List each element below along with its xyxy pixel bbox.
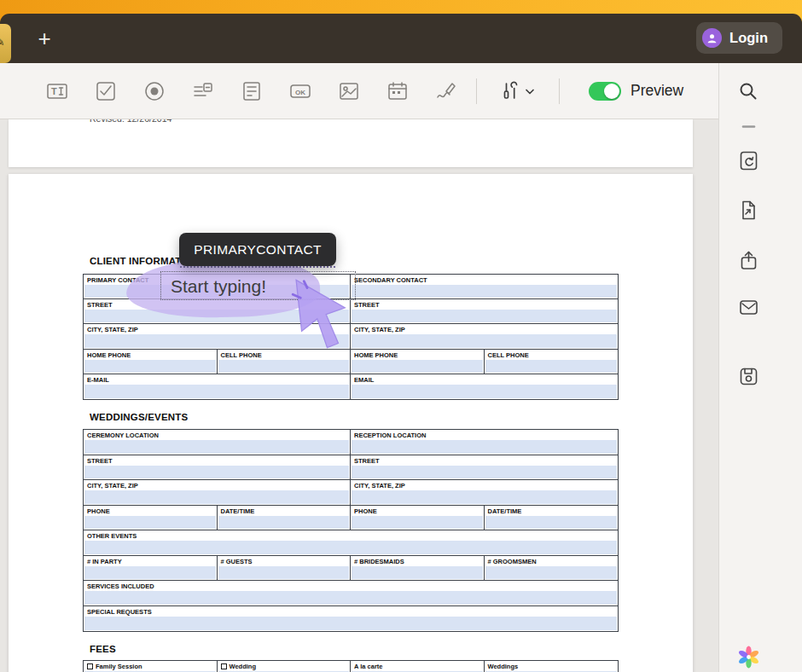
form-field-input[interactable] — [84, 591, 617, 605]
calendar-icon — [386, 80, 409, 102]
titlebar: ✎ + Login — [0, 14, 802, 63]
login-label: Login — [729, 30, 768, 46]
collapse-handle[interactable] — [737, 115, 760, 138]
pen-icon: ✎ — [0, 35, 5, 49]
side-tab[interactable]: ✎ — [0, 24, 11, 63]
form-field-input[interactable] — [84, 385, 349, 398]
form-table-row: STREETSTREET — [84, 455, 618, 481]
form-cell: Weddings — [485, 661, 619, 672]
form-field-input[interactable] — [84, 516, 216, 530]
form-cell-label: EMAIL — [351, 374, 618, 385]
form-field-input[interactable] — [352, 385, 617, 398]
form-field-input[interactable] — [352, 566, 483, 580]
list-box-icon — [241, 80, 263, 102]
signature-field-tool[interactable] — [435, 80, 457, 102]
form-field-input[interactable] — [352, 490, 617, 504]
ok-button-icon: OK — [289, 80, 311, 102]
form-table-row: Family SessionWeddingA la carteWeddings — [84, 661, 618, 672]
form-cell: STREET — [351, 455, 618, 480]
form-field-input[interactable] — [352, 310, 617, 322]
toggle-knob — [604, 84, 619, 99]
text-field-icon: T — [46, 80, 68, 102]
form-field-input[interactable] — [352, 334, 617, 347]
page-current[interactable]: CLIENT INFORMATION PRIMARY CONTACTSECOND… — [9, 174, 693, 672]
combo-box-tool[interactable] — [192, 80, 214, 102]
form-cell: HOME PHONE — [84, 350, 218, 374]
form-table-row: CITY, STATE, ZIPCITY, STATE, ZIP — [84, 480, 618, 506]
document-area[interactable]: Revised: 12/26/2014 CLIENT INFORMATION P… — [0, 119, 718, 672]
app-logo[interactable] — [737, 646, 760, 669]
save-icon — [737, 365, 760, 388]
form-field-input[interactable] — [352, 466, 617, 479]
form-cell-label: # GUESTS — [218, 556, 351, 566]
save-button[interactable] — [737, 365, 760, 388]
date-field-tool[interactable] — [386, 80, 409, 102]
new-tab-button[interactable]: + — [31, 25, 58, 52]
form-cell: CEREMONY LOCATION — [84, 430, 351, 455]
form-field-input[interactable] — [84, 360, 216, 373]
toolbar-divider — [559, 78, 560, 104]
form-cell-label: SPECIAL REQUESTS — [84, 606, 618, 617]
form-cell: # GROOMSMEN — [485, 556, 619, 581]
form-cell: DATE/TIME — [218, 506, 352, 530]
form-field-input[interactable] — [84, 617, 617, 631]
image-icon — [338, 80, 360, 102]
form-table-row: E-MAILEMAIL — [84, 374, 618, 399]
form-cell-label: STREET — [351, 455, 618, 466]
form-field-input[interactable] — [84, 490, 349, 504]
form-cell: SECONDARY CONTACT — [351, 275, 618, 298]
form-tools-button[interactable] — [499, 80, 521, 102]
footer-note: Revised: 12/26/2014 — [90, 119, 171, 124]
form-cell: STREET — [84, 455, 351, 480]
form-field-input[interactable] — [352, 516, 483, 530]
form-cell-label: # GROOMSMEN — [485, 556, 619, 566]
form-cell-label: HOME PHONE — [351, 350, 484, 360]
email-button[interactable] — [737, 296, 760, 319]
form-cell-label: DATE/TIME — [218, 506, 351, 516]
form-field-input[interactable] — [352, 440, 617, 454]
form-field-input[interactable] — [218, 516, 350, 530]
form-field-input[interactable] — [84, 466, 349, 479]
form-cell-label: PHONE — [84, 506, 217, 516]
form-cell: STREET — [351, 299, 618, 323]
page-export-icon — [737, 199, 760, 222]
push-button-tool[interactable]: OK — [289, 80, 311, 102]
radio-button-tool[interactable] — [143, 80, 166, 102]
extract-page-button[interactable] — [737, 199, 760, 222]
form-cell-label: Family Session — [84, 661, 217, 671]
form-cell: E-MAIL — [84, 374, 351, 399]
form-field-input[interactable] — [485, 516, 618, 530]
checkbox-icon[interactable] — [221, 663, 227, 669]
form-field-input[interactable] — [218, 360, 350, 373]
form-field-input[interactable] — [218, 566, 350, 580]
section-title-weddings: WEDDINGS/EVENTS — [90, 412, 188, 422]
checkbox-tool[interactable] — [95, 80, 117, 102]
weddings-table: CEREMONY LOCATIONRECEPTION LOCATIONSTREE… — [83, 429, 619, 632]
form-cell: Family Session — [84, 661, 218, 672]
form-field-input[interactable] — [84, 440, 349, 454]
login-button[interactable]: Login — [696, 22, 782, 54]
page-previous: Revised: 12/26/2014 — [9, 119, 693, 167]
radio-button-icon — [143, 80, 166, 102]
form-field-input[interactable] — [485, 566, 618, 580]
text-field-tool[interactable]: T — [46, 80, 68, 102]
checkbox-icon[interactable] — [87, 663, 93, 669]
form-field-input[interactable] — [352, 285, 617, 298]
form-cell-label: A la carte — [351, 661, 484, 671]
form-cell-label: # IN PARTY — [84, 556, 217, 566]
image-field-tool[interactable] — [338, 80, 360, 102]
share-button[interactable] — [737, 249, 760, 272]
form-field-input[interactable] — [84, 541, 617, 554]
checkbox-icon — [95, 80, 117, 102]
reorganize-pages-button[interactable] — [737, 149, 760, 172]
form-cell: Wedding — [218, 661, 352, 672]
form-cell: PHONE — [351, 506, 485, 530]
form-field-input[interactable] — [84, 566, 216, 580]
form-field-input[interactable] — [485, 360, 618, 373]
field-name-dotted-underline — [180, 266, 335, 268]
list-box-tool[interactable] — [241, 80, 263, 102]
chevron-down-icon[interactable] — [525, 80, 535, 102]
search-button[interactable] — [737, 80, 760, 103]
preview-toggle[interactable] — [589, 82, 621, 101]
form-field-input[interactable] — [352, 360, 483, 373]
